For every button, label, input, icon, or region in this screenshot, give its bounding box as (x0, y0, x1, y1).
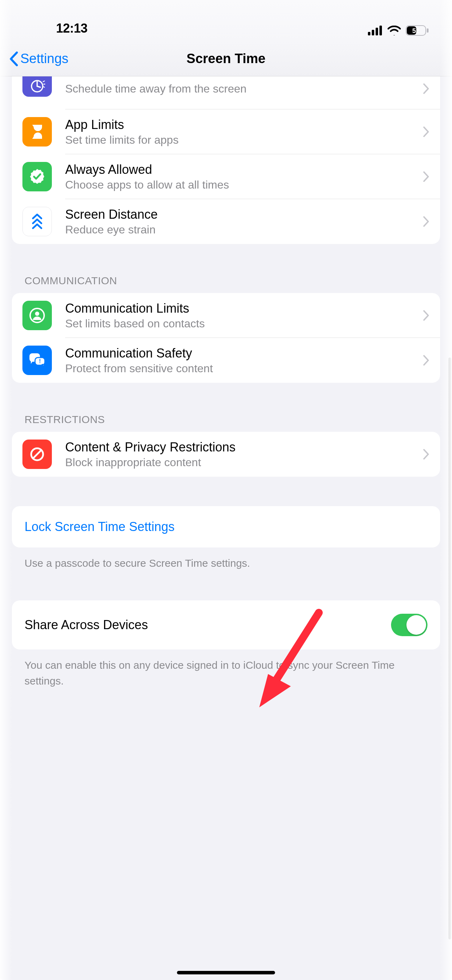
lock-footer-text: Use a passcode to secure Screen Time set… (12, 547, 440, 571)
section-header-restrictions: RESTRICTIONS (12, 414, 440, 432)
screen-distance-title: Screen Distance (65, 207, 410, 222)
back-label: Settings (20, 51, 68, 66)
chevron-right-icon (423, 172, 430, 182)
no-entry-icon (22, 439, 52, 469)
svg-rect-2 (376, 28, 378, 35)
communication-safety-title: Communication Safety (65, 346, 410, 361)
checkmark-seal-icon (22, 162, 52, 191)
share-toggle-switch[interactable] (391, 614, 428, 636)
chevron-right-icon (423, 310, 430, 321)
screen-distance-subtitle: Reduce eye strain (65, 223, 410, 236)
row-downtime[interactable]: Schedule time away from the screen (12, 76, 440, 109)
row-content-privacy-restrictions[interactable]: Content & Privacy Restrictions Block ina… (12, 432, 440, 477)
chevron-right-icon (423, 355, 430, 366)
svg-line-11 (43, 87, 45, 87)
app-limits-title: App Limits (65, 118, 410, 132)
share-footer-text: You can enable this on any device signed… (12, 649, 440, 689)
app-limits-subtitle: Set time limits for apps (65, 134, 410, 146)
row-screen-distance[interactable]: Screen Distance Reduce eye strain (12, 199, 440, 244)
svg-rect-3 (379, 25, 382, 35)
downtime-subtitle: Schedule time away from the screen (65, 83, 410, 95)
group-communication: Communication Limits Set limits based on… (12, 293, 440, 383)
chevron-right-icon (423, 127, 430, 137)
row-communication-limits[interactable]: Communication Limits Set limits based on… (12, 293, 440, 338)
svg-text:!: ! (39, 358, 41, 364)
page-title: Screen Time (186, 51, 265, 66)
home-indicator (177, 971, 275, 974)
lock-screen-time-button[interactable]: Lock Screen Time Settings (12, 506, 440, 547)
svg-line-18 (33, 450, 41, 458)
chat-bubbles-icon: ! (22, 345, 52, 375)
scroll-indicator (449, 358, 451, 939)
content-privacy-subtitle: Block inappropriate content (65, 456, 410, 469)
row-share-across-devices[interactable]: Share Across Devices (12, 600, 440, 649)
always-allowed-subtitle: Choose apps to allow at all times (65, 178, 410, 191)
svg-text:52: 52 (412, 27, 419, 34)
svg-point-13 (35, 312, 39, 316)
content-scroll[interactable]: Schedule time away from the screen App L… (0, 76, 452, 980)
chevron-right-icon (423, 216, 430, 227)
svg-line-9 (43, 81, 45, 82)
status-right-cluster: 52 (368, 25, 431, 36)
cellular-icon (368, 25, 383, 35)
content-privacy-title: Content & Privacy Restrictions (65, 440, 410, 455)
person-circle-icon (22, 301, 52, 330)
group-restrictions: Content & Privacy Restrictions Block ina… (12, 432, 440, 477)
hourglass-icon (22, 117, 52, 146)
svg-rect-0 (368, 32, 370, 35)
switch-knob (406, 615, 426, 635)
chevron-right-icon (423, 449, 430, 460)
battery-icon: 52 (406, 25, 429, 36)
nav-bar: Settings Screen Time (0, 41, 452, 76)
row-always-allowed[interactable]: Always Allowed Choose apps to allow at a… (12, 154, 440, 199)
screen-distance-icon (22, 207, 52, 236)
wifi-icon (388, 25, 401, 35)
communication-safety-subtitle: Protect from sensitive content (65, 362, 410, 375)
row-app-limits[interactable]: App Limits Set time limits for apps (12, 109, 440, 154)
downtime-icon (22, 76, 52, 97)
chevron-left-icon (9, 51, 18, 66)
row-communication-safety[interactable]: ! Communication Safety Protect from sens… (12, 338, 440, 383)
always-allowed-title: Always Allowed (65, 162, 410, 177)
group-limits: Schedule time away from the screen App L… (12, 76, 440, 244)
status-time: 12:13 (21, 21, 88, 36)
communication-limits-subtitle: Set limits based on contacts (65, 317, 410, 330)
svg-rect-6 (427, 29, 428, 33)
status-bar: 12:13 52 (0, 0, 452, 41)
section-header-communication: COMMUNICATION (12, 275, 440, 293)
back-button[interactable]: Settings (9, 51, 68, 66)
share-across-devices-label: Share Across Devices (24, 617, 148, 632)
chevron-right-icon (423, 83, 430, 94)
svg-rect-1 (372, 30, 374, 35)
communication-limits-title: Communication Limits (65, 301, 410, 316)
